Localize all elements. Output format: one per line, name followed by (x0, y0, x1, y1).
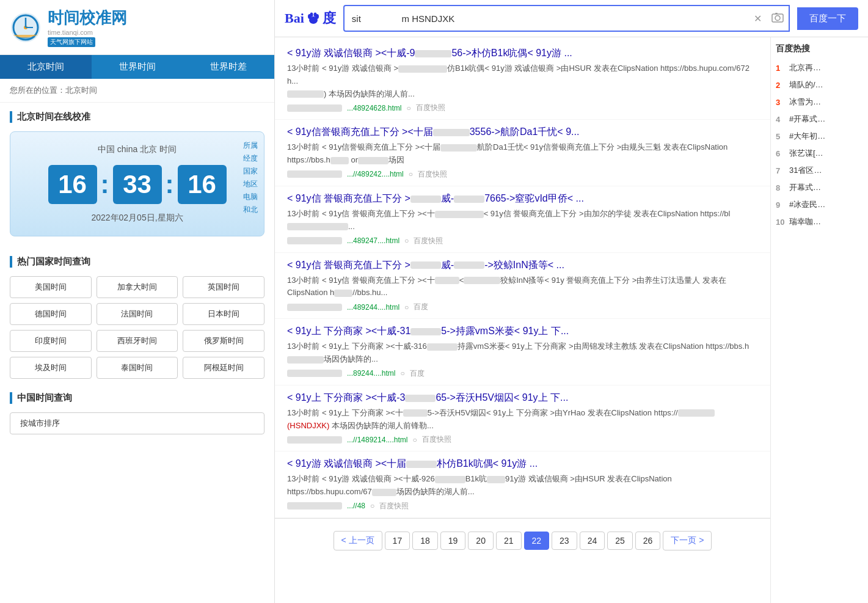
hot-item-9[interactable]: 9 #冰壶民… (776, 196, 863, 213)
result-cache[interactable]: 百度 (414, 302, 428, 312)
hot-item-3[interactable]: 3 冰雪为… (776, 93, 863, 111)
country-egypt[interactable]: 埃及时间 (10, 357, 92, 379)
clock-label-3[interactable]: 地区 (243, 179, 258, 189)
result-cache[interactable]: 百度快照 (379, 501, 409, 511)
country-spain[interactable]: 西班牙时间 (97, 330, 178, 352)
results-area: < 91y游 戏诚信银商 ><十威-956->朴仿B1k吭偶< 91y游 ...… (275, 37, 868, 603)
country-japan[interactable]: 日本时间 (183, 303, 264, 325)
city-sort-button[interactable]: 按城市排序 (10, 412, 264, 434)
result-meta: ...489247....html ○ 百度快照 (287, 236, 758, 246)
hot-item-6[interactable]: 6 张艺谋[… (776, 145, 863, 162)
clock-label-2[interactable]: 国家 (243, 166, 258, 177)
result-snippet: 13小时前 < 91y游 戏诚信银商 ><十威-926B1k吭91y游 戏诚信银… (287, 473, 758, 499)
result-cache[interactable]: 百度快照 (416, 103, 445, 113)
svg-point-8 (310, 13, 313, 17)
country-india[interactable]: 印度时间 (10, 330, 92, 352)
result-item: < 91y信 誉银商充值上下分 >威-7665->窒驼vId甲侨< ... 13… (275, 186, 770, 253)
country-russia[interactable]: 俄罗斯时间 (183, 330, 264, 352)
country-uk[interactable]: 英国时间 (183, 276, 264, 298)
clock-box: 所属 经度 国家 地区 电脑 和北 中国 china 北京 时间 16 : 33… (10, 131, 264, 236)
hot-item-7[interactable]: 7 31省区… (776, 162, 863, 179)
result-snippet: 13小时前 < 91y信誉银商充值上下分 ><十届航阶Da1壬忧< 91y信誉银… (287, 141, 758, 167)
hot-text-2: 墙队的/… (789, 79, 823, 90)
logo-text: 时间校准网 time.tianqi.com 天气网旗下网站 (48, 7, 127, 47)
left-panel: 时间校准网 time.tianqi.com 天气网旗下网站 北京时间 世界时间 … (0, 0, 275, 603)
clock-label-0[interactable]: 所属 (243, 141, 258, 151)
result-cache[interactable]: 百度快照 (422, 434, 451, 445)
right-panel: Bai 度 ✕ 百度一下 (275, 0, 868, 603)
result-item: < 91y上 下分商家 ><十威-315->持露vmS米蒌< 91y上 下...… (275, 319, 770, 386)
country-thailand[interactable]: 泰国时间 (97, 357, 178, 379)
hot-text-10: 瑞幸咖… (789, 216, 821, 227)
page-24[interactable]: 24 (580, 532, 605, 550)
svg-point-9 (313, 13, 316, 17)
hot-item-5[interactable]: 5 #大年初… (776, 128, 863, 145)
clock-hours: 16 (48, 165, 97, 204)
hot-text-6: 张艺谋[… (789, 148, 823, 159)
result-title[interactable]: < 91y上 下分商家 ><十威-365->吞沃H5V烟囚< 91y上 下... (287, 392, 758, 404)
camera-icon (771, 11, 784, 23)
page-17[interactable]: 17 (385, 532, 410, 550)
clock-label-4[interactable]: 电脑 (243, 192, 258, 202)
hot-num-7: 7 (776, 166, 786, 175)
result-divider: ○ (404, 303, 409, 312)
baidu-clear-button[interactable]: ✕ (749, 8, 767, 29)
logo-title: 时间校准网 (48, 7, 127, 29)
country-argentina[interactable]: 阿根廷时间 (183, 357, 264, 379)
result-url: ...48924628.html (347, 104, 401, 112)
page-21[interactable]: 21 (496, 532, 522, 550)
hot-num-5: 5 (776, 132, 786, 141)
baidu-search-button[interactable]: 百度一下 (797, 7, 858, 30)
result-cache[interactable]: 百度 (410, 368, 425, 379)
page-25[interactable]: 25 (607, 532, 633, 550)
clock-sep-2: : (166, 170, 174, 199)
result-title[interactable]: < 91y信 誉银商充值上下分 >威-7665->窒驼vId甲侨< ... (287, 192, 758, 205)
country-france[interactable]: 法国时间 (97, 303, 178, 325)
page-20[interactable]: 20 (468, 532, 494, 550)
hot-item-4[interactable]: 4 #开幕式… (776, 111, 863, 128)
result-divider: ○ (370, 502, 374, 510)
result-url: ...//1489214....html (347, 436, 407, 444)
result-cache[interactable]: 百度快照 (414, 236, 443, 246)
page-19[interactable]: 19 (440, 532, 466, 550)
clock-label-1[interactable]: 经度 (243, 153, 258, 164)
clock-label-5[interactable]: 和北 (243, 205, 258, 215)
result-divider: ○ (400, 369, 404, 378)
baidu-logo-suffix: 度 (323, 9, 336, 27)
nav-world-diff[interactable]: 世界时差 (183, 55, 274, 79)
prev-page-button[interactable]: < 上一页 (334, 531, 382, 550)
result-title[interactable]: < 91y游 戏诚信银商 ><十届朴仿B1k吭偶< 91y游 ... (287, 458, 758, 470)
result-title[interactable]: < 91y信誉银商充值上下分 ><十届3556->航阶Da1千忧< 9... (287, 126, 758, 139)
country-germany[interactable]: 德国时间 (10, 303, 92, 325)
baidu-search-input[interactable] (345, 9, 749, 29)
hot-num-6: 6 (776, 149, 786, 158)
clock-section: 北京时间在线校准 所属 经度 国家 地区 电脑 和北 中国 china 北京 时… (0, 103, 274, 251)
page-22-active[interactable]: 22 (524, 532, 550, 550)
result-title[interactable]: < 91y上 下分商家 ><十威-315->持露vmS米蒌< 91y上 下... (287, 325, 758, 338)
page-18[interactable]: 18 (412, 532, 438, 550)
nav-world-time[interactable]: 世界时间 (92, 55, 183, 79)
result-item: < 91y游 戏诚信银商 ><十届朴仿B1k吭偶< 91y游 ... 13小时前… (275, 451, 770, 518)
clock-location: 中国 china 北京 时间 (20, 144, 254, 155)
country-canada[interactable]: 加拿大时间 (97, 276, 178, 298)
page-26[interactable]: 26 (635, 532, 661, 550)
next-page-button[interactable]: 下一页 > (663, 531, 712, 550)
hot-num-9: 9 (776, 200, 786, 210)
clock-display: 16 : 33 : 16 (20, 165, 254, 204)
result-title[interactable]: < 91y游 戏诚信银商 ><十威-956->朴仿B1k吭偶< 91y游 ... (287, 47, 758, 60)
nav-beijing-time[interactable]: 北京时间 (0, 55, 92, 79)
result-cache[interactable]: 百度快照 (418, 169, 447, 180)
hot-item-8[interactable]: 8 开幕式… (776, 179, 863, 196)
result-title[interactable]: < 91y信 誉银商充值上下分 >威-->狡鲸InN搔等< ... (287, 259, 758, 272)
hot-item-10[interactable]: 10 瑞幸咖… (776, 213, 863, 230)
baidu-camera-button[interactable] (767, 6, 789, 31)
svg-rect-12 (775, 13, 778, 14)
hot-item-2[interactable]: 2 墙队的/… (776, 76, 863, 93)
country-usa[interactable]: 美国时间 (10, 276, 92, 298)
result-meta: ...89244....html ○ 百度 (287, 368, 758, 379)
page-23[interactable]: 23 (552, 532, 577, 550)
result-snippet: 13小时前 < 91y上 下分商家 ><十5->吞沃H5V烟囚< 91y上 下分… (287, 407, 758, 433)
result-url: ...//48 (347, 502, 365, 510)
hot-item-1[interactable]: 1 北京再… (776, 59, 863, 76)
country-grid: 美国时间 加拿大时间 英国时间 德国时间 法国时间 日本时间 印度时间 西班牙时… (10, 276, 264, 379)
